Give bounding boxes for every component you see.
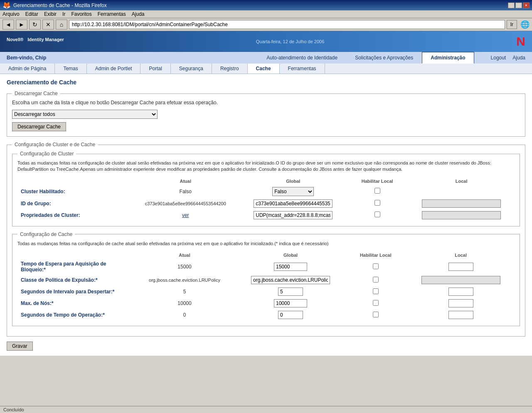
max-nos-local xyxy=(407,297,515,309)
max-nos-checkbox[interactable] xyxy=(373,300,379,306)
tab-administracao[interactable]: Administração xyxy=(422,52,474,64)
close-button[interactable]: ✕ xyxy=(523,2,530,8)
max-nos-input[interactable] xyxy=(274,299,307,307)
tab-auto-atendimento[interactable]: Auto-atendimento de Identidade xyxy=(258,52,346,64)
id-grupo-local-input[interactable] xyxy=(422,199,501,208)
segundos-tempo-label: Segundos de Tempo de Operação:* xyxy=(17,309,132,321)
ajuda-link[interactable]: Ajuda xyxy=(512,55,525,61)
stop-button[interactable]: ✕ xyxy=(42,20,54,30)
browser-toolbar: ◄ ► ↻ ✕ ⌂ Ir 🌐 xyxy=(0,18,532,31)
nav-temas[interactable]: Temas xyxy=(55,64,86,74)
forward-button[interactable]: ► xyxy=(16,20,27,30)
prop-cluster-link[interactable]: ver xyxy=(182,212,189,218)
cluster-col-local: Local xyxy=(408,177,515,185)
nav-ferramentas[interactable]: Ferramentas xyxy=(280,64,325,74)
id-grupo-checkbox[interactable] xyxy=(374,200,380,206)
cluster-config-table: Atual Global Habilitar Local Local Clust… xyxy=(17,177,515,221)
segundos-tempo-atual: 0 xyxy=(132,309,236,321)
menu-ajuda[interactable]: Ajuda xyxy=(132,11,145,17)
descarregar-dropdown[interactable]: Descarregar todos xyxy=(12,110,158,119)
max-nos-local-input[interactable] xyxy=(448,299,473,307)
max-nos-label: Max. de Nós:* xyxy=(17,297,132,309)
table-row: Tempo de Espera para Aquisição de Bloque… xyxy=(17,259,515,274)
cache-desc: Todas as mudanças feitas na configuração… xyxy=(17,241,515,247)
cluster-col-habilitar: Habilitar Local xyxy=(346,177,408,185)
nav-seguranca[interactable]: Segurança xyxy=(171,64,212,74)
second-nav: Admin de Página Temas Admin de Portlet P… xyxy=(0,64,532,74)
prop-cluster-atual: ver xyxy=(131,209,240,221)
cache-col-label xyxy=(17,251,132,259)
cache-config-table: Atual Global Habilitar Local Local Tempo… xyxy=(17,251,515,321)
gravar-button[interactable]: Gravar xyxy=(7,342,33,351)
prop-cluster-local-input[interactable] xyxy=(422,211,501,219)
nav-registro[interactable]: Registro xyxy=(212,64,248,74)
id-grupo-input[interactable] xyxy=(254,199,332,208)
classe-politica-local-input[interactable] xyxy=(421,276,500,284)
browser-titlebar: 🦊 Gerenciamento de Cache - Mozilla Firef… xyxy=(0,0,532,10)
page-title: Gerenciamento de Cache xyxy=(7,79,525,86)
segundos-intervalo-habilitar xyxy=(344,286,407,297)
menu-ferramentas[interactable]: Ferramentas xyxy=(98,11,126,17)
tempo-espera-checkbox[interactable] xyxy=(373,263,379,269)
nav-admin-portlet[interactable]: Admin de Portlet xyxy=(87,64,141,74)
table-row: Max. de Nós:* 10000 xyxy=(17,297,515,309)
nav-admin-pagina[interactable]: Admin de Página xyxy=(0,64,55,74)
max-nos-global xyxy=(237,297,345,309)
cluster-habilitado-label: Cluster Habilitado: xyxy=(17,185,131,198)
go-button[interactable]: Ir xyxy=(507,20,517,29)
prop-cluster-checkbox[interactable] xyxy=(374,211,380,217)
segundos-intervalo-local-input[interactable] xyxy=(448,288,473,296)
restore-button[interactable]: □ xyxy=(515,2,522,8)
cluster-habilitado-select[interactable]: Falso Verdadeiro xyxy=(272,187,314,196)
back-button[interactable]: ◄ xyxy=(2,20,14,30)
classe-politica-checkbox[interactable] xyxy=(373,277,379,283)
main-nav: Auto-atendimento de Identidade Solicitaç… xyxy=(251,52,532,64)
reload-button[interactable]: ↻ xyxy=(29,20,41,30)
segundos-tempo-local-input[interactable] xyxy=(448,311,473,319)
segundos-intervalo-label: Segundos de Intervalo para Despertar:* xyxy=(17,286,132,297)
config-cache-section: Configuração de Cache Todas as mudanças … xyxy=(12,231,520,326)
tab-solicitacoes[interactable]: Solicitações e Aprovações xyxy=(346,52,422,64)
browser-icon: 🌐 xyxy=(520,20,530,29)
descarregar-cache-button[interactable]: Descarregar Cache xyxy=(12,122,66,131)
table-row: Cluster Habilitado: Falso Falso Verdadei… xyxy=(17,185,515,198)
segundos-intervalo-input[interactable] xyxy=(278,288,303,296)
logout-link[interactable]: Logout xyxy=(491,55,506,61)
menu-arquivo[interactable]: Arquivo xyxy=(2,11,20,17)
home-button[interactable]: ⌂ xyxy=(56,20,67,30)
tempo-espera-local xyxy=(407,259,515,274)
logo-product: Identity Manager xyxy=(27,37,64,42)
segundos-intervalo-atual: 5 xyxy=(132,286,236,297)
segundos-intervalo-checkbox[interactable] xyxy=(373,288,379,294)
welcome-bar: Bem-vindo, Chip xyxy=(0,53,53,62)
menu-exibir[interactable]: Exibir xyxy=(44,11,57,17)
tempo-espera-local-input[interactable] xyxy=(448,263,473,271)
table-row: Classe de Politica de Expulsão:* org.jbo… xyxy=(17,274,515,286)
tempo-espera-input[interactable] xyxy=(274,263,307,271)
config-cluster-section: Configuração de Cluster Todas as mudança… xyxy=(12,151,520,226)
app-logo: Novell® Identity Manager xyxy=(7,37,64,46)
id-grupo-label: ID de Grupo: xyxy=(17,198,131,209)
table-row: Propriedades de Cluster: ver xyxy=(17,209,515,221)
segundos-tempo-input[interactable] xyxy=(278,311,303,319)
minimize-button[interactable]: _ xyxy=(508,2,515,8)
prop-cluster-input[interactable] xyxy=(254,211,332,219)
cluster-habilitado-checkbox[interactable] xyxy=(374,188,380,194)
nav-cache[interactable]: Cache xyxy=(248,64,280,74)
id-grupo-local xyxy=(408,198,515,209)
cluster-habilitado-local xyxy=(408,185,515,198)
cache-col-local: Local xyxy=(407,251,515,259)
cache-col-global: Global xyxy=(237,251,345,259)
classe-politica-input[interactable] xyxy=(251,276,330,284)
segundos-tempo-checkbox[interactable] xyxy=(373,312,379,317)
prop-cluster-label: Propriedades de Cluster: xyxy=(17,209,131,221)
nav-portal[interactable]: Portal xyxy=(140,64,170,74)
config-cluster-cache-section: Configuração de Cluster e de Cache Confi… xyxy=(7,142,525,337)
menubar: Arquivo Editar Exibir Ir Favoritos Ferra… xyxy=(0,10,532,18)
menu-ir[interactable]: Ir xyxy=(62,11,65,17)
menu-favoritos[interactable]: Favoritos xyxy=(71,11,91,17)
prop-cluster-habilitar xyxy=(346,209,408,221)
prop-cluster-local xyxy=(408,209,515,221)
address-bar[interactable] xyxy=(69,20,505,29)
menu-editar[interactable]: Editar xyxy=(25,11,38,17)
